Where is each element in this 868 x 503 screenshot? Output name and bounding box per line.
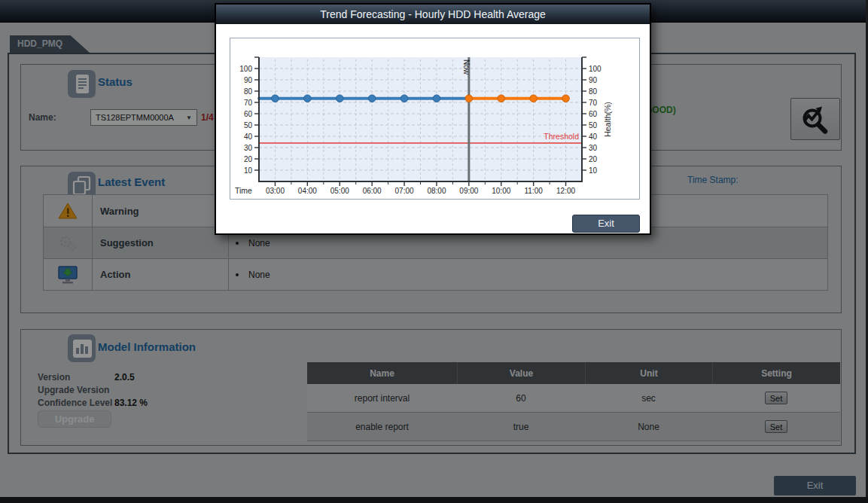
svg-text:100: 100 bbox=[589, 65, 602, 73]
svg-text:09:00: 09:00 bbox=[459, 187, 478, 195]
svg-text:20: 20 bbox=[589, 155, 598, 163]
data-point bbox=[530, 95, 538, 102]
svg-text:04:00: 04:00 bbox=[298, 187, 317, 195]
x-axis-label: Time bbox=[235, 186, 252, 195]
svg-text:70: 70 bbox=[244, 99, 253, 107]
svg-text:80: 80 bbox=[589, 87, 598, 96]
svg-text:60: 60 bbox=[244, 110, 253, 118]
svg-text:40: 40 bbox=[244, 133, 253, 141]
svg-text:11:00: 11:00 bbox=[525, 187, 544, 195]
svg-text:06:00: 06:00 bbox=[363, 187, 382, 195]
svg-text:03:00: 03:00 bbox=[266, 187, 285, 195]
now-label: Now bbox=[462, 59, 471, 75]
svg-text:40: 40 bbox=[589, 133, 598, 141]
dialog-exit-button[interactable]: Exit bbox=[572, 215, 640, 233]
svg-text:60: 60 bbox=[589, 110, 598, 118]
data-point bbox=[562, 95, 570, 102]
svg-text:12:00: 12:00 bbox=[556, 187, 575, 195]
data-point bbox=[368, 95, 376, 102]
svg-text:07:00: 07:00 bbox=[395, 187, 414, 195]
svg-text:10: 10 bbox=[589, 166, 598, 175]
svg-text:90: 90 bbox=[244, 76, 253, 84]
data-point bbox=[433, 95, 440, 102]
svg-text:10: 10 bbox=[244, 166, 253, 175]
data-point bbox=[400, 95, 408, 102]
svg-text:50: 50 bbox=[244, 121, 253, 130]
svg-text:05:00: 05:00 bbox=[330, 187, 349, 195]
trend-chart: ThresholdNow1010202030304040505060607070… bbox=[230, 38, 640, 200]
svg-text:30: 30 bbox=[244, 144, 253, 152]
trend-forecast-dialog: Trend Forecasting - Hourly HDD Health Av… bbox=[215, 3, 651, 235]
svg-text:50: 50 bbox=[589, 121, 598, 130]
data-point bbox=[272, 95, 279, 102]
svg-text:80: 80 bbox=[244, 87, 253, 96]
data-point bbox=[336, 95, 343, 102]
data-point bbox=[498, 95, 505, 102]
svg-text:08:00: 08:00 bbox=[427, 187, 446, 195]
trend-chart-svg: ThresholdNow1010202030304040505060607070… bbox=[230, 38, 639, 199]
threshold-label: Threshold bbox=[544, 132, 579, 141]
data-point bbox=[304, 95, 312, 102]
data-point bbox=[465, 95, 473, 102]
dialog-title: Trend Forecasting - Hourly HDD Health Av… bbox=[216, 5, 650, 24]
svg-text:20: 20 bbox=[244, 155, 253, 163]
y-axis-label: Health(%) bbox=[603, 102, 612, 137]
svg-text:70: 70 bbox=[589, 99, 598, 107]
svg-text:30: 30 bbox=[589, 144, 598, 152]
svg-text:90: 90 bbox=[589, 76, 598, 84]
svg-text:10:00: 10:00 bbox=[492, 187, 510, 195]
svg-text:100: 100 bbox=[239, 65, 252, 73]
